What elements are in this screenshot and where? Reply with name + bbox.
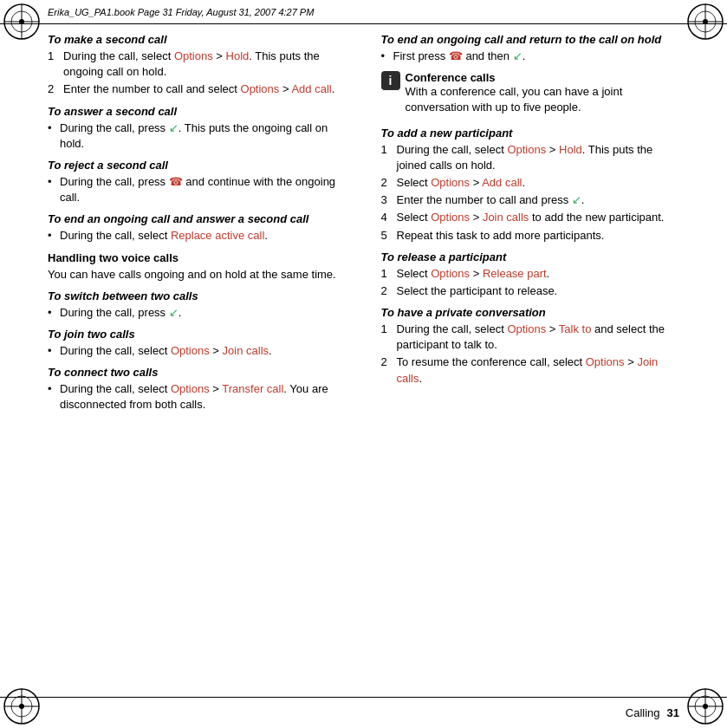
list-item: 2 Enter the number to call and select Op… bbox=[48, 81, 347, 97]
reject-second-call-list: During the call, press ☎ and continue wi… bbox=[48, 174, 347, 205]
header-text: Erika_UG_PA1.book Page 31 Friday, August… bbox=[48, 7, 314, 17]
section-end-return-heading: To end an ongoing call and return to the… bbox=[381, 33, 680, 46]
list-item: During the call, press ☎ and continue wi… bbox=[48, 174, 347, 205]
left-column: To make a second call 1 During the call,… bbox=[48, 33, 354, 697]
list-item: First press ☎ and then ↙. bbox=[381, 49, 680, 64]
section-end-answer-heading: To end an ongoing call and answer a seco… bbox=[48, 212, 347, 225]
release-participant-list: 1 Select Options > Release part. 2 Selec… bbox=[381, 266, 680, 299]
list-item: 1 During the call, select Options > Talk… bbox=[381, 322, 680, 353]
section-answer-second-call-heading: To answer a second call bbox=[48, 105, 347, 118]
list-item: During the call, select Options > Join c… bbox=[48, 343, 347, 359]
switch-calls-list: During the call, press ↙. bbox=[48, 305, 347, 321]
list-item: 4 Select Options > Join calls to add the… bbox=[381, 210, 680, 225]
main-content: To make a second call 1 During the call,… bbox=[48, 24, 679, 697]
answer-second-call-list: During the call, press ↙. This puts the … bbox=[48, 120, 347, 152]
list-item: 2 Select Options > Add call. bbox=[381, 175, 680, 191]
conference-calls-infobox: i Conference calls With a conference cal… bbox=[381, 71, 680, 119]
list-item: 2 Select the participant to release. bbox=[381, 283, 680, 299]
handling-two-calls-body: You can have calls ongoing and on hold a… bbox=[48, 267, 347, 283]
section-release-participant-heading: To release a participant bbox=[381, 250, 680, 263]
list-item: During the call, press ↙. bbox=[48, 305, 347, 321]
list-item: During the call, select Replace active c… bbox=[48, 228, 347, 244]
list-item: 2 To resume the conference call, select … bbox=[381, 354, 680, 386]
info-icon: i bbox=[381, 71, 400, 90]
list-item: 1 During the call, select Options > Hold… bbox=[48, 49, 347, 80]
section-private-conversation-heading: To have a private conversation bbox=[381, 306, 680, 319]
section-join-two-calls-heading: To join two calls bbox=[48, 328, 347, 341]
end-return-list: First press ☎ and then ↙. bbox=[381, 49, 680, 64]
section-switch-calls-heading: To switch between two calls bbox=[48, 289, 347, 302]
section-handling-two-calls-heading: Handling two voice calls bbox=[48, 251, 347, 264]
list-item: 3 Enter the number to call and press ↙. bbox=[381, 192, 680, 208]
section-make-second-call-heading: To make a second call bbox=[48, 33, 347, 46]
footer-page-number: 31 bbox=[667, 706, 679, 719]
make-second-call-list: 1 During the call, select Options > Hold… bbox=[48, 49, 347, 98]
join-two-calls-list: During the call, select Options > Join c… bbox=[48, 343, 347, 359]
list-item: 1 Select Options > Release part. bbox=[381, 266, 680, 282]
list-item: 1 During the call, select Options > Hold… bbox=[381, 142, 680, 173]
section-add-participant-heading: To add a new participant bbox=[381, 127, 680, 140]
footer-bar: Calling 31 bbox=[0, 697, 727, 728]
list-item: During the call, select Options > Transf… bbox=[48, 381, 347, 413]
conference-calls-content: Conference calls With a conference call,… bbox=[406, 71, 680, 119]
private-conversation-list: 1 During the call, select Options > Talk… bbox=[381, 322, 680, 387]
conference-calls-title: Conference calls bbox=[406, 71, 680, 84]
connect-two-calls-list: During the call, select Options > Transf… bbox=[48, 381, 347, 413]
section-connect-two-calls-heading: To connect two calls bbox=[48, 366, 347, 379]
end-answer-list: During the call, select Replace active c… bbox=[48, 228, 347, 244]
section-reject-second-call-heading: To reject a second call bbox=[48, 159, 347, 172]
add-participant-list: 1 During the call, select Options > Hold… bbox=[381, 142, 680, 244]
header-bar: Erika_UG_PA1.book Page 31 Friday, August… bbox=[0, 0, 727, 24]
list-item: During the call, press ↙. This puts the … bbox=[48, 120, 347, 152]
list-item: 5 Repeat this task to add more participa… bbox=[381, 228, 680, 244]
conference-calls-body: With a conference call, you can have a j… bbox=[406, 84, 680, 115]
right-column: To end an ongoing call and return to the… bbox=[374, 33, 680, 697]
footer-label: Calling bbox=[626, 706, 660, 719]
